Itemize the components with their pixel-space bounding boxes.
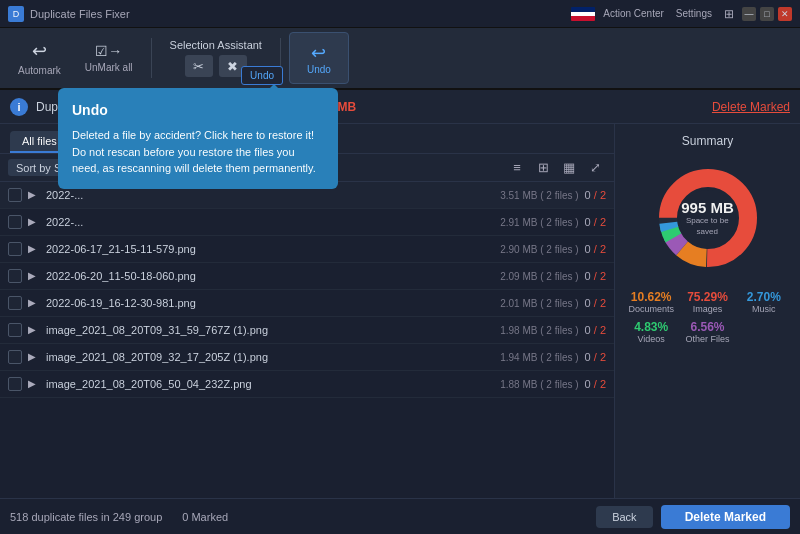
view-icons: ≡ ⊞ ▦ ⤢ <box>506 157 606 179</box>
grid-view-icon[interactable]: ⊞ <box>532 157 554 179</box>
file-name-2: 2022-06-17_21-15-11-579.png <box>46 243 494 255</box>
app-icon: D <box>8 6 24 22</box>
undo-tooltip[interactable]: Undo Undo Deleted a file by accident? Cl… <box>58 88 338 189</box>
row-checkbox-6[interactable] <box>8 350 22 364</box>
row-checkbox-2[interactable] <box>8 242 22 256</box>
selection-icons: ✂ ✖ <box>185 55 247 77</box>
table-row[interactable]: ▶ image_2021_08_20T06_50_04_232Z.png 1.8… <box>0 371 614 397</box>
file-size-2: 2.90 MB ( 2 files ) <box>500 244 578 255</box>
minimize-button[interactable]: — <box>742 7 756 21</box>
expand-icon-5[interactable]: ▶ <box>28 324 40 336</box>
table-row[interactable]: ▶ 2022-06-19_16-12-30-981.png 2.01 MB ( … <box>0 290 614 316</box>
donut-chart: 995 MB Space to be saved <box>625 158 790 278</box>
toolbar-separator-1 <box>151 38 152 78</box>
stat-name-music: Music <box>738 304 790 314</box>
settings-label[interactable]: Settings <box>676 8 712 19</box>
row-checkbox-1[interactable] <box>8 215 22 229</box>
file-size-4: 2.01 MB ( 2 files ) <box>500 298 578 309</box>
file-name-5: image_2021_08_20T09_31_59_767Z (1).png <box>46 324 494 336</box>
stat-pct-documents: 10.62% <box>625 290 677 304</box>
grid-icon[interactable]: ⊞ <box>724 7 734 21</box>
file-size-7: 1.88 MB ( 2 files ) <box>500 379 578 390</box>
file-size-6: 1.94 MB ( 2 files ) <box>500 352 578 363</box>
stat-music: 2.70% Music <box>738 290 790 314</box>
undo-button[interactable]: ↩ Undo <box>289 32 349 84</box>
row-checkbox-4[interactable] <box>8 296 22 310</box>
table-row[interactable]: ▶ 2022-06-20_11-50-18-060.png 2.09 MB ( … <box>0 263 614 289</box>
row-checkbox-7[interactable] <box>8 377 22 391</box>
summary-title: Summary <box>625 134 790 148</box>
undo-tooltip-body: Deleted a file by accident? Click here t… <box>72 127 324 177</box>
file-counter-3: 0 / 2 <box>585 270 606 282</box>
expand-icon-0[interactable]: ▶ <box>28 189 40 201</box>
summary-panel: Summary 995 MB <box>615 124 800 498</box>
tile-view-icon[interactable]: ▦ <box>558 157 580 179</box>
bottom-info: 518 duplicate files in 249 group 0 Marke… <box>10 511 588 523</box>
unmark-icon: ☑→ <box>95 43 122 59</box>
file-size-1: 2.91 MB ( 2 files ) <box>500 217 578 228</box>
file-counter-5: 0 / 2 <box>585 324 606 336</box>
stat-name-other: Other Files <box>681 334 733 344</box>
unmark-label: UnMark all <box>85 62 133 73</box>
close-button[interactable]: ✕ <box>778 7 792 21</box>
file-size-0: 3.51 MB ( 2 files ) <box>500 190 578 201</box>
file-group-4: ▶ 2022-06-19_16-12-30-981.png 2.01 MB ( … <box>0 290 614 317</box>
file-counter-4: 0 / 2 <box>585 297 606 309</box>
expand-icon-7[interactable]: ▶ <box>28 378 40 390</box>
selection-icon-1[interactable]: ✂ <box>185 55 213 77</box>
file-group-1: ▶ 2022-... 2.91 MB ( 2 files ) 0 / 2 <box>0 209 614 236</box>
table-row[interactable]: ▶ 2022-... 2.91 MB ( 2 files ) 0 / 2 <box>0 209 614 235</box>
undo-tooltip-title: Undo <box>72 100 324 121</box>
donut-mb: 995 MB <box>681 199 734 216</box>
file-counter-2: 0 / 2 <box>585 243 606 255</box>
table-row[interactable]: ▶ image_2021_08_20T09_31_59_767Z (1).png… <box>0 317 614 343</box>
info-icon: i <box>10 98 28 116</box>
automark-icon: ↩ <box>32 40 47 62</box>
unmark-button[interactable]: ☑→ UnMark all <box>75 32 143 84</box>
action-center-label[interactable]: Action Center <box>603 8 664 19</box>
undo-icon: ↩ <box>311 42 326 64</box>
undo-label: Undo <box>307 64 331 75</box>
expand-icon-4[interactable]: ▶ <box>28 297 40 309</box>
stat-pct-images: 75.29% <box>681 290 733 304</box>
toolbar: ↩ Automark ☑→ UnMark all Selection Assis… <box>0 28 800 90</box>
file-counter-1: 0 / 2 <box>585 216 606 228</box>
table-row[interactable]: ▶ image_2021_08_20T09_32_17_205Z (1).png… <box>0 344 614 370</box>
stat-documents: 10.62% Documents <box>625 290 677 314</box>
expand-view-icon[interactable]: ⤢ <box>584 157 606 179</box>
back-button[interactable]: Back <box>596 506 652 528</box>
expand-icon-3[interactable]: ▶ <box>28 270 40 282</box>
expand-icon-1[interactable]: ▶ <box>28 216 40 228</box>
maximize-button[interactable]: □ <box>760 7 774 21</box>
file-group-6: ▶ image_2021_08_20T09_32_17_205Z (1).png… <box>0 344 614 371</box>
file-group-2: ▶ 2022-06-17_21-15-11-579.png 2.90 MB ( … <box>0 236 614 263</box>
file-name-4: 2022-06-19_16-12-30-981.png <box>46 297 494 309</box>
automark-label: Automark <box>18 65 61 76</box>
stat-name-images: Images <box>681 304 733 314</box>
automark-button[interactable]: ↩ Automark <box>8 32 71 84</box>
titlebar: D Duplicate Files Fixer Action Center Se… <box>0 0 800 28</box>
stat-pct-music: 2.70% <box>738 290 790 304</box>
expand-icon-6[interactable]: ▶ <box>28 351 40 363</box>
donut-center: 995 MB Space to be saved <box>681 199 734 237</box>
expand-icon-2[interactable]: ▶ <box>28 243 40 255</box>
stat-images: 75.29% Images <box>681 290 733 314</box>
list-view-icon[interactable]: ≡ <box>506 157 528 179</box>
delete-marked-button[interactable]: Delete Marked <box>661 505 790 529</box>
marked-status: 0 Marked <box>182 511 228 523</box>
file-name-6: image_2021_08_20T09_32_17_205Z (1).png <box>46 351 494 363</box>
row-checkbox-5[interactable] <box>8 323 22 337</box>
language-flag[interactable] <box>571 7 595 21</box>
row-checkbox-3[interactable] <box>8 269 22 283</box>
file-name-3: 2022-06-20_11-50-18-060.png <box>46 270 494 282</box>
table-row[interactable]: ▶ 2022-06-17_21-15-11-579.png 2.90 MB ( … <box>0 236 614 262</box>
selection-assistant-label: Selection Assistant <box>170 39 262 51</box>
app-title: Duplicate Files Fixer <box>30 8 571 20</box>
file-counter-0: 0 / 2 <box>585 189 606 201</box>
delete-marked-link[interactable]: Delete Marked <box>712 100 790 114</box>
row-checkbox-0[interactable] <box>8 188 22 202</box>
window-controls: — □ ✕ <box>742 7 792 21</box>
stat-pct-videos: 4.83% <box>625 320 677 334</box>
file-size-3: 2.09 MB ( 2 files ) <box>500 271 578 282</box>
file-counter-6: 0 / 2 <box>585 351 606 363</box>
